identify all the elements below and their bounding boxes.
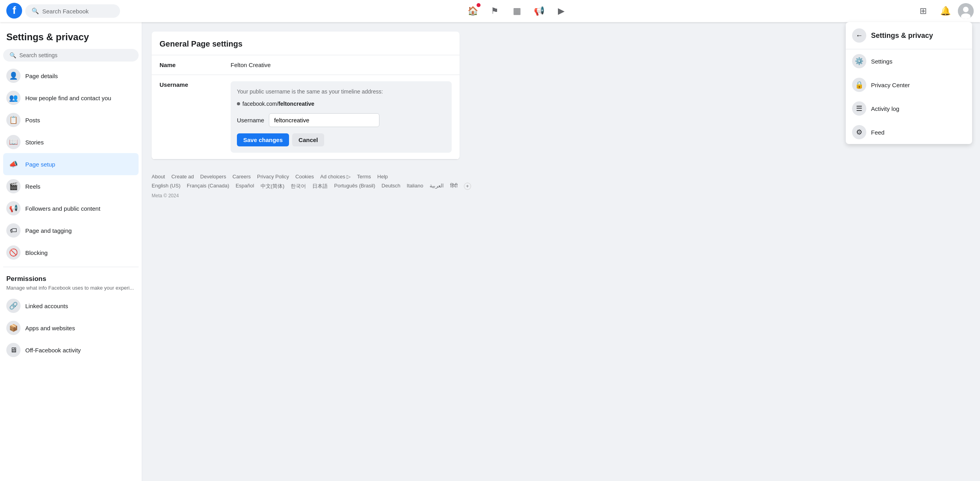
page-layout: Settings & privacy 🔍 Search settings 👤 P… bbox=[0, 22, 980, 481]
lang-fr[interactable]: Français (Canada) bbox=[187, 183, 229, 190]
sidebar-search[interactable]: 🔍 Search settings bbox=[3, 49, 139, 62]
footer-developers[interactable]: Developers bbox=[200, 174, 226, 180]
dropdown-settings-item[interactable]: ⚙️ Settings bbox=[846, 49, 972, 73]
lang-ja[interactable]: 日本語 bbox=[312, 183, 328, 190]
dropdown-header: ← Settings & privacy bbox=[846, 22, 972, 49]
footer-ad-choices[interactable]: Ad choices ▷ bbox=[320, 174, 351, 180]
dropdown-privacy-label: Privacy Center bbox=[871, 82, 910, 88]
sidebar-item-label: Off-Facebook activity bbox=[25, 347, 81, 354]
sidebar-item-label: Followers and public content bbox=[25, 205, 100, 212]
sidebar-item-label: Blocking bbox=[25, 249, 48, 256]
svg-text:f: f bbox=[13, 4, 16, 16]
sidebar-item-label: Page details bbox=[25, 73, 58, 79]
sidebar-item-how-people-find[interactable]: 👥 How people find and contact you bbox=[3, 87, 139, 109]
topnav-right: ⊞ 🔔 bbox=[914, 2, 974, 21]
lang-de[interactable]: Deutsch bbox=[381, 183, 400, 190]
sidebar-item-label: Linked accounts bbox=[25, 303, 68, 309]
sidebar-item-linked-accounts[interactable]: 🔗 Linked accounts bbox=[3, 295, 139, 317]
username-url-row: facebook.com/feltoncreative bbox=[237, 101, 445, 107]
sidebar: Settings & privacy 🔍 Search settings 👤 P… bbox=[0, 22, 142, 481]
dropdown-back-btn[interactable]: ← bbox=[852, 28, 866, 43]
sidebar-item-label: Page setup bbox=[25, 161, 55, 168]
play-nav-btn[interactable]: ▶ bbox=[552, 2, 571, 21]
dropdown-feed-item[interactable]: ⚙ Feed bbox=[846, 120, 972, 144]
footer-create-ad[interactable]: Create ad bbox=[171, 174, 194, 180]
topnav-left: f 🔍 Search Facebook bbox=[6, 3, 120, 20]
settings-privacy-dropdown: ← Settings & privacy ⚙️ Settings 🔒 Priva… bbox=[846, 22, 972, 144]
topnav-center: 🏠 ⚑ ▦ 📢 ▶ bbox=[463, 2, 571, 21]
name-value: Felton Creative bbox=[231, 62, 271, 68]
privacy-lock-icon: 🔒 bbox=[852, 78, 866, 92]
username-desc: Your public username is the same as your… bbox=[237, 88, 445, 96]
lang-it[interactable]: Italiano bbox=[407, 183, 423, 190]
btn-row: Save changes Cancel bbox=[237, 133, 445, 146]
footer-help[interactable]: Help bbox=[377, 174, 388, 180]
lang-zh[interactable]: 中文(简体) bbox=[261, 183, 285, 190]
sidebar-item-reels[interactable]: 🎬 Reels bbox=[3, 175, 139, 197]
posts-icon: 📋 bbox=[6, 113, 21, 127]
page-title: General Page settings bbox=[152, 32, 460, 55]
sidebar-item-apps-websites[interactable]: 📦 Apps and websites bbox=[3, 317, 139, 339]
permissions-title: Permissions bbox=[3, 270, 139, 284]
search-placeholder: Search Facebook bbox=[42, 8, 89, 15]
lang-pt[interactable]: Português (Brasil) bbox=[334, 183, 375, 190]
flag-nav-btn[interactable]: ⚑ bbox=[485, 2, 504, 21]
lang-es[interactable]: Español bbox=[236, 183, 254, 190]
username-url-text: facebook.com/feltoncreative bbox=[242, 101, 314, 107]
username-input[interactable] bbox=[269, 113, 379, 127]
grid-btn[interactable]: ⊞ bbox=[914, 2, 933, 21]
sidebar-item-page-setup[interactable]: 📣 Page setup bbox=[3, 153, 139, 175]
footer-careers[interactable]: Careers bbox=[233, 174, 251, 180]
username-bullet bbox=[237, 102, 240, 105]
sidebar-item-blocking[interactable]: 🚫 Blocking bbox=[3, 241, 139, 264]
cancel-button[interactable]: Cancel bbox=[292, 133, 324, 146]
sidebar-item-page-details[interactable]: 👤 Page details bbox=[3, 65, 139, 87]
lang-ar[interactable]: العربية bbox=[430, 183, 444, 190]
lang-hi[interactable]: हिंदी bbox=[450, 183, 458, 190]
sidebar-item-off-facebook[interactable]: 🖥 Off-Facebook activity bbox=[3, 339, 139, 361]
lang-en[interactable]: English (US) bbox=[152, 183, 180, 190]
sidebar-item-followers[interactable]: 📢 Followers and public content bbox=[3, 197, 139, 219]
blocking-icon: 🚫 bbox=[6, 245, 21, 260]
lang-more[interactable]: + bbox=[464, 183, 471, 190]
footer-languages: English (US) Français (Canada) Español 中… bbox=[152, 183, 971, 190]
username-row: Username Your public username is the sam… bbox=[152, 75, 460, 159]
sidebar-item-label: How people find and contact you bbox=[25, 95, 111, 101]
avatar-btn[interactable] bbox=[958, 3, 974, 19]
footer-privacy[interactable]: Privacy Policy bbox=[257, 174, 289, 180]
footer-about[interactable]: About bbox=[152, 174, 165, 180]
username-input-row: Username bbox=[237, 113, 445, 127]
sidebar-divider bbox=[3, 267, 139, 267]
search-bar[interactable]: 🔍 Search Facebook bbox=[25, 4, 120, 18]
dropdown-activity-log-item[interactable]: ☰ Activity log bbox=[846, 97, 972, 120]
page-tagging-icon: 🏷 bbox=[6, 223, 21, 238]
footer-cookies[interactable]: Cookies bbox=[295, 174, 314, 180]
footer-terms[interactable]: Terms bbox=[357, 174, 371, 180]
topnav: f 🔍 Search Facebook 🏠 ⚑ ▦ 📢 ▶ ⊞ 🔔 bbox=[0, 0, 980, 22]
lang-ko[interactable]: 한국어 bbox=[291, 183, 306, 190]
followers-icon: 📢 bbox=[6, 201, 21, 215]
off-facebook-icon: 🖥 bbox=[6, 343, 21, 357]
page-details-icon: 👤 bbox=[6, 69, 21, 83]
sidebar-item-stories[interactable]: 📖 Stories bbox=[3, 131, 139, 153]
dropdown-settings-label: Settings bbox=[871, 58, 892, 65]
home-nav-btn[interactable]: 🏠 bbox=[463, 2, 482, 21]
megaphone-nav-btn[interactable]: 📢 bbox=[529, 2, 548, 21]
dropdown-activity-label: Activity log bbox=[871, 105, 899, 112]
dropdown-title: Settings & privacy bbox=[871, 32, 933, 40]
dropdown-privacy-center-item[interactable]: 🔒 Privacy Center bbox=[846, 73, 972, 97]
linked-accounts-icon: 🔗 bbox=[6, 299, 21, 313]
settings-gear-icon: ⚙️ bbox=[852, 54, 866, 68]
username-section: Your public username is the same as your… bbox=[231, 81, 452, 153]
facebook-logo[interactable]: f bbox=[6, 3, 22, 20]
sidebar-item-posts[interactable]: 📋 Posts bbox=[3, 109, 139, 131]
chart-nav-btn[interactable]: ▦ bbox=[507, 2, 526, 21]
how-people-find-icon: 👥 bbox=[6, 91, 21, 105]
notifications-btn[interactable]: 🔔 bbox=[936, 2, 955, 21]
username-label: Username bbox=[160, 81, 231, 88]
save-changes-button[interactable]: Save changes bbox=[237, 133, 289, 146]
sidebar-item-page-tagging[interactable]: 🏷 Page and tagging bbox=[3, 219, 139, 241]
reels-icon: 🎬 bbox=[6, 179, 21, 193]
footer-links: About Create ad Developers Careers Priva… bbox=[152, 174, 971, 180]
sidebar-item-label: Stories bbox=[25, 139, 44, 146]
